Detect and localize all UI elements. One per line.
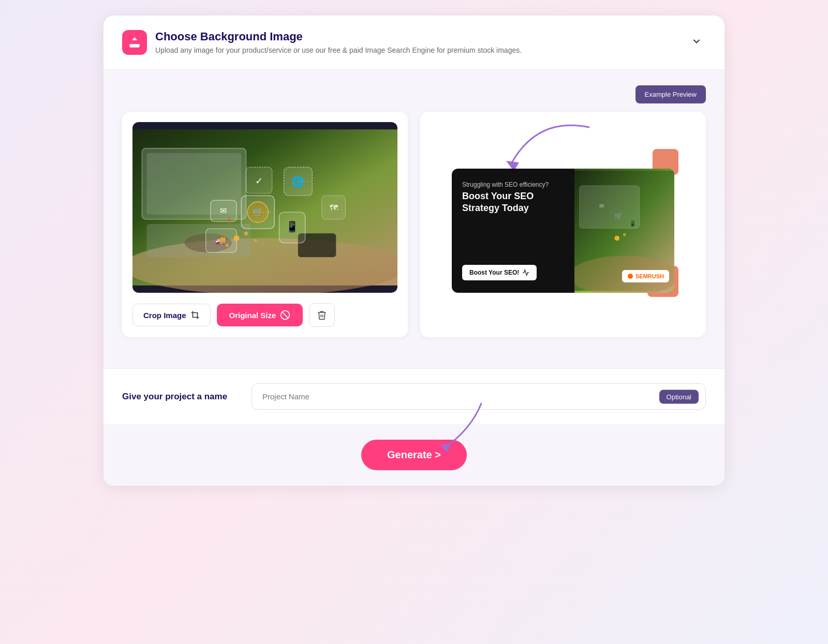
page-title: Choose Background Image bbox=[155, 30, 522, 43]
optional-badge: Optional bbox=[659, 390, 699, 403]
header-icon bbox=[122, 30, 147, 55]
background-image: 🛒 🌐 ✓ bbox=[132, 122, 397, 293]
crop-button-label: Crop Image bbox=[143, 311, 186, 320]
two-column-layout: 🛒 🌐 ✓ bbox=[122, 112, 706, 337]
left-panel: 🛒 🌐 ✓ bbox=[122, 112, 408, 337]
svg-point-20 bbox=[234, 235, 240, 241]
chevron-down-icon bbox=[691, 36, 702, 47]
crop-button[interactable]: Crop Image bbox=[132, 304, 211, 326]
ad-cta-label: Boost Your SEO! bbox=[469, 269, 519, 276]
project-name-label: Give your project a name bbox=[122, 392, 236, 402]
svg-text:🗺: 🗺 bbox=[330, 203, 338, 212]
right-panel: Struggling with SEO efficiency? Boost Yo… bbox=[420, 112, 706, 337]
ad-small-text: Struggling with SEO efficiency? bbox=[462, 181, 564, 188]
ad-preview-wrapper: Struggling with SEO efficiency? Boost Yo… bbox=[452, 153, 674, 293]
header-left: Choose Background Image Upload any image… bbox=[122, 30, 522, 55]
crop-icon bbox=[190, 310, 200, 320]
preview-label-row: Example Preview bbox=[122, 85, 706, 103]
semrush-icon bbox=[627, 273, 633, 279]
chart-icon bbox=[522, 269, 529, 276]
svg-text:📱: 📱 bbox=[629, 220, 637, 227]
svg-marker-41 bbox=[440, 444, 450, 453]
content-area: Example Preview bbox=[103, 70, 724, 368]
svg-text:🛒: 🛒 bbox=[252, 206, 264, 218]
header-section: Choose Background Image Upload any image… bbox=[103, 16, 724, 70]
svg-point-22 bbox=[226, 244, 228, 246]
svg-line-30 bbox=[282, 312, 288, 318]
ad-text-section: Struggling with SEO efficiency? Boost Yo… bbox=[452, 169, 574, 293]
background-image-container: 🛒 🌐 ✓ bbox=[132, 122, 397, 293]
ad-preview-card: Struggling with SEO efficiency? Boost Yo… bbox=[452, 169, 674, 293]
svg-text:📍: 📍 bbox=[225, 218, 233, 226]
svg-point-21 bbox=[244, 232, 248, 235]
svg-text:✉: ✉ bbox=[599, 203, 604, 209]
svg-text:🛒: 🛒 bbox=[614, 212, 623, 220]
svg-point-38 bbox=[614, 236, 619, 241]
svg-point-40 bbox=[628, 274, 633, 279]
svg-text:🚚: 🚚 bbox=[215, 235, 226, 246]
action-row: Crop Image Original Size bbox=[132, 303, 397, 327]
ad-background-image: 🛒 ✉ 📱 SEMRUSH bbox=[574, 169, 675, 293]
brand-name: SEMRUSH bbox=[635, 273, 664, 279]
main-card: Choose Background Image Upload any image… bbox=[103, 16, 724, 486]
svg-text:✓: ✓ bbox=[255, 175, 263, 186]
ad-cta-button[interactable]: Boost Your SEO! bbox=[462, 265, 537, 280]
svg-text:📱: 📱 bbox=[286, 220, 299, 233]
ad-headline: Boost Your SEO Strategy Today bbox=[462, 190, 564, 215]
generate-arrow bbox=[404, 398, 507, 460]
svg-point-39 bbox=[623, 233, 626, 236]
no-resize-icon bbox=[280, 310, 290, 320]
page-subtitle: Upload any image for your product/servic… bbox=[155, 46, 522, 54]
header-text: Choose Background Image Upload any image… bbox=[155, 30, 522, 54]
svg-text:✉: ✉ bbox=[220, 206, 227, 215]
trash-icon bbox=[317, 310, 327, 320]
svg-point-23 bbox=[254, 239, 257, 242]
ad-image-section: 🛒 ✉ 📱 SEMRUSH bbox=[574, 169, 675, 293]
generate-section: Generate > bbox=[103, 424, 724, 486]
image-upload-icon bbox=[128, 36, 141, 49]
delete-button[interactable] bbox=[309, 303, 335, 327]
example-preview-button[interactable]: Example Preview bbox=[635, 85, 706, 103]
semrush-logo: SEMRUSH bbox=[622, 270, 669, 282]
original-size-label: Original Size bbox=[229, 311, 276, 320]
original-size-button[interactable]: Original Size bbox=[217, 304, 303, 326]
ad-content: Struggling with SEO efficiency? Boost Yo… bbox=[462, 181, 564, 215]
collapse-button[interactable] bbox=[687, 32, 706, 52]
